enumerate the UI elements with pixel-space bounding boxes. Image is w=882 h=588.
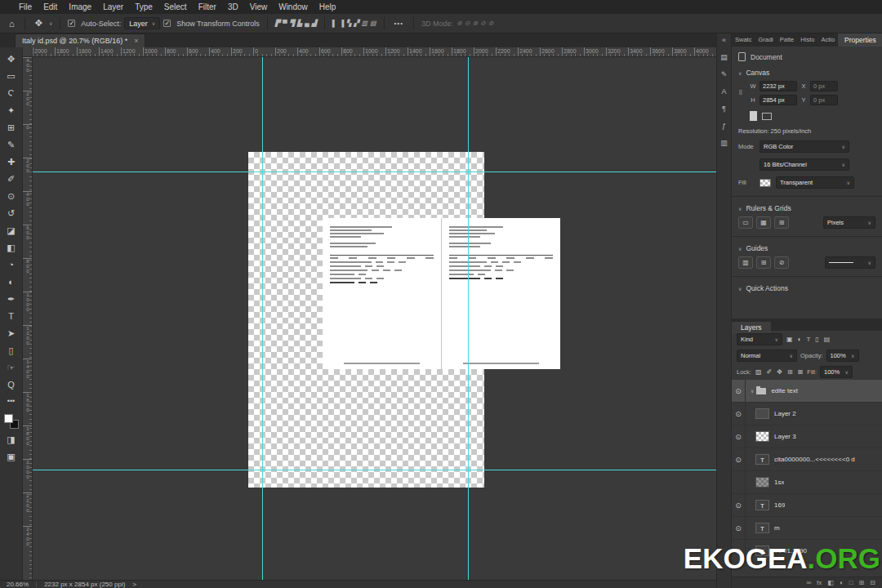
- panel-tab[interactable]: Actio: [817, 33, 838, 47]
- text-layer-thumbnail[interactable]: T: [755, 523, 769, 533]
- y-field[interactable]: 0 px: [810, 95, 838, 105]
- clear-guides-icon[interactable]: ⊘: [774, 256, 789, 269]
- zoom-level-field[interactable]: 20.66%: [7, 581, 29, 588]
- visibility-eye-icon[interactable]: ⊙: [732, 494, 746, 516]
- visibility-eye-icon[interactable]: ⊙: [732, 425, 746, 448]
- tab-layers[interactable]: Layers: [732, 322, 771, 334]
- tab-properties[interactable]: Properties: [838, 33, 882, 47]
- guide-style-dropdown[interactable]: ∨: [825, 256, 875, 269]
- id-document-layer[interactable]: [323, 218, 560, 369]
- quick-actions-section-header[interactable]: ∨ Quick Actions: [738, 284, 875, 292]
- status-expand-icon[interactable]: >: [132, 581, 136, 588]
- layer-row[interactable]: 1sx: [732, 471, 882, 494]
- guide-horizontal-top[interactable]: [33, 172, 716, 172]
- hand-tool[interactable]: ☞: [0, 359, 23, 376]
- toggle-rulers-icon[interactable]: ▭: [738, 216, 753, 229]
- visibility-eye-icon[interactable]: ⊙: [732, 380, 746, 402]
- zoom-tool[interactable]: Q: [0, 376, 23, 394]
- filter-type-layers-icon[interactable]: T: [805, 336, 811, 343]
- dodge-tool[interactable]: ◐: [0, 274, 23, 291]
- new-layer-icon[interactable]: ⊞: [859, 579, 865, 586]
- glyphs-panel-icon[interactable]: ƒ: [722, 122, 726, 130]
- history-panel-icon[interactable]: ▤: [720, 53, 728, 61]
- layer-row[interactable]: ⊙ Layer 3: [732, 425, 882, 448]
- lasso-tool[interactable]: Ϛ: [0, 85, 23, 102]
- clone-stamp-tool[interactable]: ⊙: [0, 188, 23, 205]
- libraries-panel-icon[interactable]: ▥: [720, 139, 728, 147]
- guide-vertical-right[interactable]: [468, 47, 469, 580]
- new-group-icon[interactable]: □: [849, 579, 853, 586]
- filter-kind-dropdown[interactable]: Kind ∨: [737, 333, 782, 345]
- layer-row[interactable]: ⊙ Layer 2: [732, 403, 882, 425]
- brush-settings-icon[interactable]: ✎: [721, 70, 728, 78]
- menu-item[interactable]: Window: [273, 2, 314, 11]
- eraser-tool[interactable]: ◪: [0, 222, 23, 239]
- text-layer-thumbnail[interactable]: T: [755, 500, 769, 510]
- layer-thumbnail[interactable]: [755, 431, 769, 442]
- link-layers-icon[interactable]: ∞: [806, 579, 811, 586]
- menu-item[interactable]: View: [244, 2, 274, 11]
- edit-toolbar-icon[interactable]: •••: [0, 394, 23, 408]
- visibility-eye-icon[interactable]: ⊙: [732, 403, 746, 425]
- ruler-origin-corner[interactable]: [23, 47, 33, 57]
- guide-horizontal-bottom[interactable]: [33, 470, 716, 470]
- menu-item[interactable]: Type: [129, 2, 158, 11]
- auto-select-checkbox[interactable]: ✓: [68, 20, 75, 27]
- distribute-icon[interactable]: ▥: [361, 20, 368, 27]
- text-layer-thumbnail[interactable]: T: [755, 454, 769, 465]
- canvas-section-header[interactable]: ∨ Canvas: [738, 69, 875, 77]
- menu-item[interactable]: Layer: [97, 2, 129, 11]
- visibility-eye-icon[interactable]: [732, 471, 746, 493]
- lock-transparency-icon[interactable]: ▨: [755, 368, 763, 376]
- align-icon[interactable]: ▙: [297, 20, 302, 27]
- show-transform-checkbox[interactable]: ✓: [163, 20, 171, 27]
- orientation-landscape-icon[interactable]: [762, 113, 772, 120]
- filter-adjustment-layers-icon[interactable]: ◐: [797, 336, 803, 343]
- grid-settings-icon[interactable]: ⊞: [774, 216, 789, 229]
- close-icon[interactable]: ×: [134, 37, 138, 45]
- layer-thumbnail[interactable]: [755, 408, 769, 419]
- menu-item[interactable]: File: [13, 2, 38, 11]
- current-tool-icon[interactable]: ✥: [33, 18, 45, 29]
- opacity-dropdown[interactable]: 100% ∨: [826, 350, 859, 362]
- layer-row[interactable]: ⊙ T m: [732, 517, 882, 540]
- lock-position-icon[interactable]: ✥: [776, 368, 783, 376]
- filter-pixel-layers-icon[interactable]: ▣: [786, 336, 794, 343]
- layer-row[interactable]: ⊙ T cita0000000...<<<<<<<<0 d: [732, 448, 882, 471]
- healing-brush-tool[interactable]: ✚: [0, 154, 23, 171]
- toggle-guides-icon[interactable]: ▥: [738, 256, 753, 269]
- lock-artboard-icon[interactable]: ⊞: [786, 368, 794, 376]
- units-dropdown[interactable]: Pixels ∨: [823, 216, 875, 229]
- lock-image-icon[interactable]: ✐: [766, 368, 773, 376]
- quick-selection-tool[interactable]: ✦: [0, 102, 23, 119]
- marquee-tool[interactable]: ▭: [0, 68, 23, 85]
- adjustment-layer-icon[interactable]: ◐: [840, 579, 844, 586]
- character-panel-icon[interactable]: A: [721, 87, 726, 96]
- guides-section-header[interactable]: ∨ Guides: [738, 244, 875, 252]
- layer-row[interactable]: ⊙ ∨ edite text: [732, 380, 882, 403]
- visibility-eye-icon[interactable]: ⊙: [732, 517, 746, 539]
- panel-tab[interactable]: Histo: [797, 33, 817, 47]
- width-field[interactable]: 2232 px: [760, 81, 797, 91]
- shape-tool[interactable]: ▯: [0, 342, 23, 359]
- fill-dropdown[interactable]: Transparent ∨: [776, 176, 854, 189]
- menu-item[interactable]: Help: [314, 2, 342, 11]
- menu-item[interactable]: Edit: [38, 2, 63, 11]
- menu-item[interactable]: 3D: [222, 2, 244, 11]
- guide-vertical-left[interactable]: [262, 47, 263, 580]
- menu-item[interactable]: Filter: [193, 2, 222, 11]
- distribute-icon[interactable]: ▚: [346, 20, 351, 27]
- pen-tool[interactable]: ✒: [0, 291, 23, 308]
- menu-item[interactable]: Select: [158, 2, 193, 11]
- foreground-color-swatch[interactable]: [4, 414, 13, 423]
- align-icon[interactable]: ▟: [312, 20, 317, 27]
- align-icon[interactable]: ▄: [305, 20, 310, 27]
- horizontal-ruler[interactable]: 2000180016001400120010008006004002000200…: [33, 47, 716, 57]
- quick-mask-icon[interactable]: ◨: [0, 431, 23, 448]
- filter-shape-layers-icon[interactable]: ▯: [814, 336, 819, 343]
- path-selection-tool[interactable]: ➤: [0, 325, 23, 342]
- toggle-grid-icon[interactable]: ▦: [756, 216, 771, 229]
- bit-depth-dropdown[interactable]: 16 Bits/Channel ∨: [760, 158, 849, 171]
- layer-row[interactable]: ⊙ T 169: [732, 494, 882, 517]
- more-options-icon[interactable]: •••: [392, 20, 406, 27]
